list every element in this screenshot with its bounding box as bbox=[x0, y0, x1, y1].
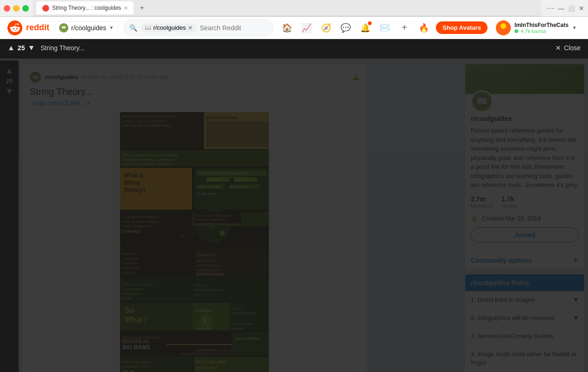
svg-text:different vibrations to: different vibrations to bbox=[196, 218, 226, 221]
username: ImInThisForTheCats bbox=[514, 22, 568, 28]
svg-text:When a: When a bbox=[231, 307, 242, 310]
restore-window-icon[interactable]: ⬜ bbox=[568, 4, 575, 13]
post-external-link[interactable]: i.imgur.com/zQUteN... ↗ bbox=[30, 100, 359, 106]
post-bar-title: String Theory... bbox=[40, 44, 550, 52]
string-theory-infographic: Einstein's Desk When Einstein died in 19… bbox=[120, 112, 269, 372]
right-sidebar: 📖 r/coolguides Picture based reference g… bbox=[461, 60, 588, 372]
svg-text:It's like music that makes: It's like music that makes bbox=[196, 214, 232, 217]
tab-bar: 🔴 String Theory... : coolguides ✕ + bbox=[33, 0, 541, 16]
svg-text:BIG BANG: BIG BANG bbox=[122, 344, 150, 351]
home-icon[interactable]: 🏠 bbox=[280, 20, 294, 35]
reddit-wordmark: reddit bbox=[26, 23, 49, 33]
svg-text:different ways, a: different ways, a bbox=[197, 264, 220, 267]
members-label: Members bbox=[471, 203, 494, 209]
user-chevron-icon: ▼ bbox=[572, 25, 577, 30]
community-selector[interactable]: 📖 r/coolguides ▼ bbox=[55, 21, 118, 35]
user-menu[interactable]: ImInThisForTheCats 4.7k karma ▼ bbox=[492, 19, 581, 37]
communities-icon[interactable]: 🧭 bbox=[319, 20, 334, 35]
svg-text:Now, scientists almost complet: Now, scientists almost completely bbox=[122, 153, 178, 157]
post-subreddit-icon: 📖 bbox=[30, 72, 41, 83]
rules-card: r/coolguides Rules 1. Direct links to im… bbox=[465, 274, 584, 372]
joined-button[interactable]: Joined bbox=[471, 227, 579, 242]
svg-text:ELECTRON: ELECTRON bbox=[122, 266, 140, 270]
notification-icon[interactable]: 🔔 bbox=[352, 74, 359, 80]
shop-avatars-button[interactable]: Shop Avatars bbox=[436, 21, 488, 34]
side-vote-count: 25 bbox=[6, 78, 13, 85]
svg-text:we go: we go bbox=[122, 369, 134, 372]
window-maximize[interactable] bbox=[22, 5, 29, 12]
search-tag-remove[interactable]: ✕ bbox=[188, 25, 193, 31]
members-count: 2.7m bbox=[471, 195, 494, 203]
add-post-button[interactable]: + bbox=[397, 20, 412, 35]
new-tab-button[interactable]: + bbox=[137, 3, 147, 13]
posted-by-label: Posted by u/Rob1150 bbox=[81, 74, 135, 80]
browser-tab[interactable]: 🔴 String Theory... : coolguides ✕ bbox=[36, 1, 134, 14]
svg-text:STRINGS: STRINGS bbox=[122, 229, 141, 234]
post-metadata: 📖 r/coolguides Posted by u/Rob1150 8 hou… bbox=[30, 72, 359, 83]
window-controls bbox=[4, 5, 29, 12]
more-options-icon[interactable]: ⋯ bbox=[547, 4, 554, 13]
browser-bar: 🔴 String Theory... : coolguides ✕ + ⋯ — … bbox=[0, 0, 588, 17]
upvote-button[interactable]: ▲ bbox=[7, 44, 15, 52]
svg-text:universes... can: universes... can bbox=[122, 365, 148, 369]
online-count: 1.7k bbox=[501, 195, 518, 203]
svg-text:So: So bbox=[125, 306, 134, 314]
svg-text:String Theory is the idea that: String Theory is the idea that bbox=[199, 171, 247, 175]
window-minimize[interactable] bbox=[13, 5, 20, 12]
popular-icon[interactable]: 📈 bbox=[299, 20, 314, 35]
notifications-bell[interactable]: 🔔 bbox=[358, 20, 373, 35]
rule-1-expand-icon: ▼ bbox=[573, 296, 579, 303]
svg-text:Why seek other: Why seek other bbox=[196, 359, 227, 364]
left-vote-column: ▲ 25 ▼ bbox=[0, 60, 19, 372]
svg-text:It says that the Universe is: It says that the Universe is bbox=[122, 215, 161, 219]
svg-text:BEFORE the: BEFORE the bbox=[122, 339, 150, 344]
svg-text:THE THEORY OF EVERYTHING.: THE THEORY OF EVERYTHING. bbox=[122, 124, 172, 127]
post-content-area: 📖 r/coolguides Posted by u/Rob1150 8 hou… bbox=[19, 60, 461, 372]
messages-icon[interactable]: ✉️ bbox=[377, 20, 392, 35]
rule-item-2[interactable]: 2. Infographics will be removed ▼ bbox=[465, 309, 584, 327]
post-subreddit-name[interactable]: r/coolguides bbox=[45, 74, 78, 80]
side-downvote-button[interactable]: ▼ bbox=[5, 86, 13, 96]
window-close[interactable] bbox=[4, 5, 10, 12]
svg-text:Universes?: Universes? bbox=[196, 365, 219, 370]
search-bar[interactable]: 🔍 📖 r/coolguides ✕ bbox=[123, 20, 274, 36]
rule-item-4[interactable]: 4. Image hosts must either be Reddit or … bbox=[465, 345, 584, 372]
post-vote-count: 25 bbox=[18, 44, 25, 52]
svg-text:GRAVITY: GRAVITY bbox=[122, 252, 137, 256]
rules-title: r/coolguides Rules bbox=[471, 279, 529, 286]
community-stats: 2.7m Members 1.7k Online bbox=[471, 195, 579, 209]
svg-text:What is: What is bbox=[124, 172, 144, 179]
svg-text:♪: ♪ bbox=[180, 231, 184, 239]
online-stat: 1.7k Online bbox=[501, 195, 518, 209]
post-image-container: Einstein's Desk When Einstein died in 19… bbox=[30, 112, 359, 372]
tab-close-icon[interactable]: ✕ bbox=[124, 5, 128, 11]
minimize-window-icon[interactable]: — bbox=[558, 4, 564, 13]
svg-text:Bubble: Bubble bbox=[122, 297, 133, 300]
svg-text:If there are other: If there are other bbox=[122, 360, 150, 364]
rule-item-3[interactable]: 3. Nonserious/Comedy Guides bbox=[465, 327, 584, 345]
svg-text:It creates: It creates bbox=[194, 308, 212, 313]
svg-text:When a: When a bbox=[194, 283, 207, 287]
user-avatar bbox=[496, 20, 511, 35]
chat-icon[interactable]: 💬 bbox=[338, 20, 353, 35]
side-upvote-button[interactable]: ▲ bbox=[5, 66, 13, 76]
downvote-button[interactable]: ▼ bbox=[27, 44, 35, 52]
close-icon: ✕ bbox=[555, 44, 561, 52]
svg-text:♫: ♫ bbox=[189, 229, 193, 235]
close-post-button[interactable]: ✕ Close bbox=[555, 44, 581, 52]
svg-text:EVERYTHING: EVERYTHING bbox=[197, 272, 224, 277]
rule-item-1[interactable]: 1. Direct links to images ▼ bbox=[465, 291, 584, 309]
community-options-row[interactable]: Community options ▼ bbox=[465, 252, 584, 269]
rule-3-text: 3. Nonserious/Comedy Guides bbox=[471, 332, 579, 340]
svg-text:create different musical notes: create different musical notes. bbox=[196, 222, 239, 226]
svg-text:MATTER: MATTER bbox=[122, 271, 135, 274]
search-input[interactable] bbox=[200, 24, 268, 32]
rule-2-text: 2. Infographics will be removed bbox=[471, 314, 573, 322]
close-window-icon[interactable]: ✕ bbox=[579, 4, 584, 13]
user-karma: 4.7k karma bbox=[514, 28, 568, 34]
community-card: 📖 r/coolguides Picture based reference g… bbox=[465, 64, 584, 269]
post-time: 8 hours ago bbox=[139, 74, 168, 80]
streaks-icon[interactable]: 🔥 bbox=[416, 20, 431, 35]
svg-text:Universe splits in: Universe splits in bbox=[194, 288, 222, 292]
reddit-logo[interactable]: reddit bbox=[7, 20, 49, 35]
